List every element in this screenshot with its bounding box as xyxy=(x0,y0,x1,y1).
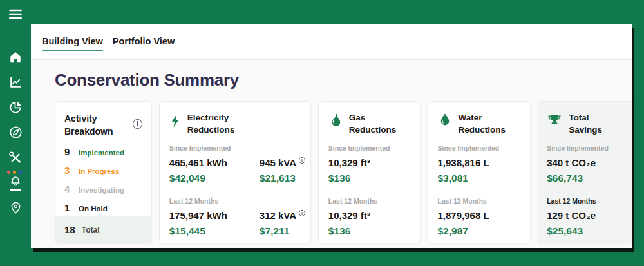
investigating-count: 4 xyxy=(64,184,73,195)
electricity-since-kwh: 465,461 kWh xyxy=(169,157,249,168)
in-progress-label: In Progress xyxy=(79,167,119,175)
summary-cards: Activity Breakdown 9 Implemented 3 In Pr… xyxy=(55,101,632,243)
last-12-months-label: Last 12 Months xyxy=(547,197,623,205)
info-icon[interactable] xyxy=(299,157,305,164)
location-pin-icon[interactable] xyxy=(6,200,25,216)
electricity-since-kva: 945 kVA xyxy=(260,157,296,168)
investigating-label: Investigating xyxy=(79,186,124,194)
pie-chart-icon[interactable] xyxy=(6,99,25,115)
bell-underline xyxy=(10,189,21,191)
activity-total-row: 18 Total xyxy=(55,216,151,243)
total-savings-card: Total Savings Since Implemented 340 t CO… xyxy=(538,101,632,243)
since-implemented-label: Since Implemented xyxy=(438,144,521,152)
main-panel: Building View Portfolio View Conservatio… xyxy=(31,24,632,248)
tab-building-view[interactable]: Building View xyxy=(42,32,103,51)
home-icon[interactable] xyxy=(6,49,25,65)
info-icon[interactable] xyxy=(133,119,142,129)
orange-dot xyxy=(12,170,17,175)
gas-last-cost: $136 xyxy=(328,225,410,237)
water-drop-icon xyxy=(438,113,452,131)
sidebar-nav xyxy=(0,49,31,216)
water-card-title: Water Reductions xyxy=(459,112,518,137)
electricity-card-title: Electricity Reductions xyxy=(187,112,247,137)
gas-since-value: 10,329 ft³ xyxy=(328,157,410,168)
sidebar xyxy=(0,0,31,266)
water-since-cost: $3,081 xyxy=(438,173,521,184)
activity-card-title: Activity Breakdown xyxy=(64,112,120,138)
total-last-cost: $25,643 xyxy=(547,225,623,237)
on-hold-count: 1 xyxy=(64,202,73,213)
total-savings-card-title: Total Savings xyxy=(569,112,623,137)
total-label: Total xyxy=(82,225,100,234)
leaf-icon[interactable] xyxy=(6,124,25,140)
electricity-reductions-card: Electricity Reductions Since Implemented… xyxy=(159,101,311,243)
total-last-value: 129 t CO₂e xyxy=(547,210,623,221)
page-title: Conservation Summary xyxy=(55,70,632,90)
water-last-value: 1,879,968 L xyxy=(438,210,521,221)
notification-dots xyxy=(6,170,23,175)
gas-since-cost: $136 xyxy=(328,173,410,184)
last-12-months-label: Last 12 Months xyxy=(438,197,521,205)
on-hold-label: On Hold xyxy=(79,205,108,213)
since-implemented-label: Since Implemented xyxy=(547,144,623,152)
water-last-cost: $2,987 xyxy=(438,225,521,237)
since-implemented-label: Since Implemented xyxy=(169,144,301,152)
water-reductions-card: Water Reductions Since Implemented 1,938… xyxy=(428,101,531,243)
blue-dot xyxy=(18,170,23,175)
electricity-last-kva: 312 kVA xyxy=(260,210,296,221)
activity-row-investigating: 4 Investigating xyxy=(64,184,142,195)
info-icon[interactable] xyxy=(299,210,305,216)
electricity-last-kwh: 175,947 kWh xyxy=(169,210,249,221)
implemented-label: Implemented xyxy=(79,149,124,157)
trophy-icon xyxy=(547,113,562,131)
tools-icon[interactable] xyxy=(6,149,25,166)
gas-last-value: 10,329 ft³ xyxy=(328,210,410,221)
electricity-since-kwh-cost: $42,049 xyxy=(169,173,249,184)
activity-row-in-progress: 3 In Progress xyxy=(64,165,142,176)
tab-portfolio-view[interactable]: Portfolio View xyxy=(113,32,175,51)
electricity-since-kva-cost: $21,613 xyxy=(260,173,305,184)
notifications-bell-icon[interactable] xyxy=(6,175,25,191)
in-progress-count: 3 xyxy=(64,165,73,176)
gas-card-title: Gas Reductions xyxy=(349,112,408,137)
line-chart-icon[interactable] xyxy=(6,74,25,90)
total-count: 18 xyxy=(64,224,75,235)
activity-row-on-hold: 1 On Hold xyxy=(64,202,142,213)
main-content: Conservation Summary Activity Breakdown … xyxy=(31,60,632,248)
red-dot xyxy=(6,170,11,175)
last-12-months-label: Last 12 Months xyxy=(328,197,410,205)
implemented-count: 9 xyxy=(64,146,73,157)
gas-reductions-card: Gas Reductions Since Implemented 10,329 … xyxy=(318,101,421,243)
electricity-last-kwh-cost: $15,445 xyxy=(169,225,249,237)
electricity-last-kva-cost: $7,211 xyxy=(260,225,305,237)
last-12-months-label: Last 12 Months xyxy=(169,197,301,205)
since-implemented-label: Since Implemented xyxy=(328,144,410,152)
flame-icon xyxy=(328,113,343,131)
view-tabbar: Building View Portfolio View xyxy=(31,24,632,60)
lightning-bolt-icon xyxy=(169,113,181,132)
activity-row-implemented: 9 Implemented xyxy=(64,146,142,157)
water-since-value: 1,938,816 L xyxy=(438,157,521,168)
total-since-value: 340 t CO₂e xyxy=(547,157,623,168)
activity-breakdown-card: Activity Breakdown 9 Implemented 3 In Pr… xyxy=(55,101,152,243)
total-since-cost: $66,743 xyxy=(547,173,623,184)
hamburger-menu-icon[interactable] xyxy=(6,5,24,23)
